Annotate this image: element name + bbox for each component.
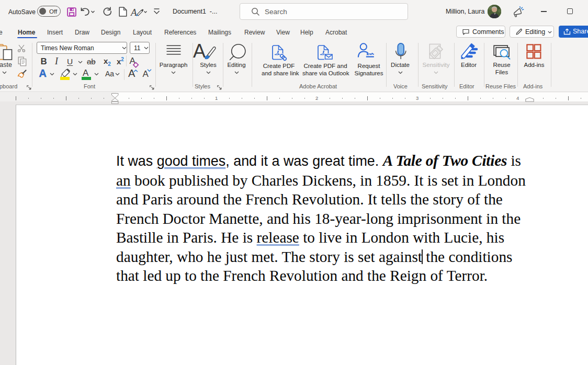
svg-text:A: A (130, 7, 137, 18)
